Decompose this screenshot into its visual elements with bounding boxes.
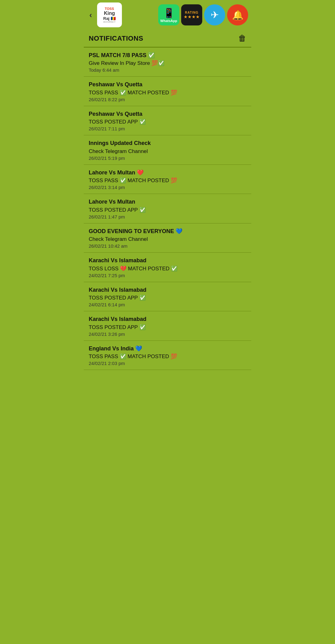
whatsapp-button[interactable]: 📱 WhatsApp bbox=[158, 4, 179, 25]
notifications-title: NOTIFICATIONS bbox=[89, 34, 143, 43]
notification-time: 26/02/21 1:47 pm bbox=[89, 214, 246, 219]
notification-item[interactable]: Peshawar Vs QuettaTOSS PASS ✅ MATCH POST… bbox=[84, 77, 251, 106]
notification-body: TOSS PASS ✅ MATCH POSTED 💯 bbox=[89, 353, 246, 360]
telegram-button[interactable]: ✈ bbox=[204, 4, 225, 25]
logo-toss: TOSS bbox=[105, 7, 114, 11]
logo-accuracy: ACCURACY bbox=[103, 21, 115, 23]
notification-item[interactable]: Karachi Vs IslamabadTOSS LOSS 💔 MATCH PO… bbox=[84, 253, 251, 282]
notification-body: Check Telegram Channel bbox=[89, 148, 246, 155]
app-logo[interactable]: TOSS King Raj 🇷🇴 ACCURACY bbox=[97, 2, 122, 27]
notification-time: 24/02/21 2:03 pm bbox=[89, 361, 246, 366]
whatsapp-label: WhatsApp bbox=[160, 19, 177, 23]
notification-time: 24/02/21 3:26 pm bbox=[89, 331, 246, 337]
logo-raj: Raj 🇷🇴 bbox=[103, 16, 116, 21]
notification-time: 26/02/21 10:42 am bbox=[89, 243, 246, 249]
notification-title: England Vs India 💙 bbox=[89, 345, 246, 352]
notification-body: Check Telegram Channel bbox=[89, 236, 246, 243]
notification-item[interactable]: GOOD EVENING TO EVERYONE 💙Check Telegram… bbox=[84, 223, 251, 253]
logo-king: King bbox=[104, 11, 115, 16]
notification-time: 26/02/21 5:19 pm bbox=[89, 155, 246, 161]
notification-time: 26/02/21 3:14 pm bbox=[89, 185, 246, 190]
notification-body: TOSS LOSS 💔 MATCH POSTED ✅ bbox=[89, 265, 246, 272]
notification-title: Karachi Vs Islamabad bbox=[89, 286, 246, 294]
notification-body: TOSS PASS ✅ MATCH POSTED 💯 bbox=[89, 177, 246, 184]
notification-item[interactable]: Karachi Vs IslamabadTOSS POSTED APP ✅24/… bbox=[84, 311, 251, 340]
notification-title: Peshawar Vs Quetta bbox=[89, 110, 246, 118]
notification-item[interactable]: PSL MATCH 7/8 PASS ✅Give Review In Play … bbox=[84, 47, 251, 77]
notification-time: 26/02/21 7:11 pm bbox=[89, 126, 246, 131]
header: ‹ TOSS King Raj 🇷🇴 ACCURACY 📱 WhatsApp R… bbox=[84, 0, 251, 30]
notifications-list: PSL MATCH 7/8 PASS ✅Give Review In Play … bbox=[84, 47, 251, 370]
notification-body: TOSS POSTED APP ✅ bbox=[89, 119, 246, 125]
notification-title: Lahore Vs Multan ❤️ bbox=[89, 169, 246, 176]
notification-title: Karachi Vs Islamabad bbox=[89, 257, 246, 264]
notifications-bar: NOTIFICATIONS 🗑 bbox=[84, 30, 251, 47]
notification-time: 24/02/21 7:25 pm bbox=[89, 273, 246, 278]
rating-label-text: RATING bbox=[185, 11, 199, 14]
notification-body: TOSS POSTED APP ✅ bbox=[89, 295, 246, 301]
whatsapp-icon: 📱 bbox=[163, 7, 175, 18]
notification-item[interactable]: Lahore Vs MultanTOSS POSTED APP ✅26/02/2… bbox=[84, 194, 251, 223]
notification-title: Innings Updated Check bbox=[89, 140, 246, 147]
rating-button[interactable]: RATING ★★★★ bbox=[181, 4, 202, 25]
rating-stars: ★★★★ bbox=[184, 14, 200, 19]
notification-time: Today 6:44 am bbox=[89, 67, 246, 73]
notification-title: Lahore Vs Multan bbox=[89, 198, 246, 205]
telegram-icon: ✈ bbox=[211, 9, 219, 21]
notification-body: TOSS PASS ✅ MATCH POSTED 💯 bbox=[89, 89, 246, 96]
bell-button[interactable]: 🔔 bbox=[227, 4, 248, 25]
notification-item[interactable]: Innings Updated CheckCheck Telegram Chan… bbox=[84, 135, 251, 164]
notification-title: Karachi Vs Islamabad bbox=[89, 316, 246, 323]
notification-item[interactable]: Peshawar Vs QuettaTOSS POSTED APP ✅26/02… bbox=[84, 106, 251, 135]
notification-title: Peshawar Vs Quetta bbox=[89, 81, 246, 88]
back-button[interactable]: ‹ bbox=[87, 9, 95, 21]
notification-time: 26/02/21 8:22 pm bbox=[89, 97, 246, 102]
bell-icon: 🔔 bbox=[232, 10, 243, 20]
notification-item[interactable]: England Vs India 💙TOSS PASS ✅ MATCH POST… bbox=[84, 341, 251, 370]
notification-body: TOSS POSTED APP ✅ bbox=[89, 324, 246, 331]
notification-body: Give Review In Play Store 💯✅ bbox=[89, 60, 246, 67]
notification-item[interactable]: Karachi Vs IslamabadTOSS POSTED APP ✅24/… bbox=[84, 282, 251, 311]
delete-all-button[interactable]: 🗑 bbox=[238, 34, 246, 43]
header-action-icons: 📱 WhatsApp RATING ★★★★ ✈ 🔔 bbox=[158, 4, 248, 25]
notification-title: PSL MATCH 7/8 PASS ✅ bbox=[89, 52, 246, 59]
notification-time: 24/02/21 6:14 pm bbox=[89, 302, 246, 307]
notification-body: TOSS POSTED APP ✅ bbox=[89, 207, 246, 214]
notification-item[interactable]: Lahore Vs Multan ❤️TOSS PASS ✅ MATCH POS… bbox=[84, 165, 251, 194]
notification-title: GOOD EVENING TO EVERYONE 💙 bbox=[89, 228, 246, 235]
